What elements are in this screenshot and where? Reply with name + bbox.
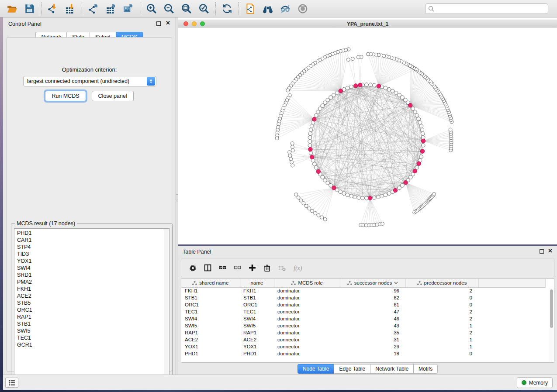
mcds-result-item[interactable]: GCR1 — [17, 341, 32, 348]
mcds-result-item[interactable]: ACE2 — [17, 292, 32, 299]
table-row[interactable]: SWI4SWI4dominator462 — [181, 315, 545, 322]
table-cell[interactable]: dominator — [274, 329, 340, 336]
table-cell[interactable]: 0 — [405, 301, 478, 308]
export-image-button[interactable] — [120, 1, 137, 16]
mcds-result-item[interactable]: YOX1 — [17, 258, 32, 265]
mcds-result-item[interactable]: STB1 — [17, 320, 32, 327]
table-cell[interactable]: YOX1 — [181, 343, 240, 350]
table-cell[interactable]: dominator — [274, 287, 340, 294]
import-network-button[interactable] — [44, 1, 62, 16]
column-header-successor-nodes[interactable]: successor nodes — [340, 279, 405, 287]
column-header-shared-name[interactable]: shared name — [181, 279, 240, 287]
table-cell[interactable]: 2 — [405, 315, 478, 322]
table-cell[interactable]: dominator — [274, 301, 340, 308]
task-history-button[interactable] — [5, 378, 18, 388]
table-cell[interactable]: 46 — [340, 315, 405, 322]
table-cell[interactable]: 96 — [340, 287, 405, 294]
table-cell[interactable]: dominator — [274, 350, 340, 357]
table-cell[interactable]: SWI5 — [181, 322, 240, 329]
close-window-icon[interactable]: ✕ — [166, 20, 170, 26]
table-cell[interactable]: 29 — [340, 343, 405, 350]
export-table-button[interactable] — [102, 1, 120, 16]
tab-edge-table[interactable]: Edge Table — [334, 364, 370, 374]
table-row[interactable]: FKH1FKH1dominator962 — [181, 287, 545, 294]
table-cell[interactable]: ACE2 — [181, 336, 240, 343]
eye-button[interactable] — [294, 1, 311, 16]
table-row[interactable]: YOX1YOX1connector291 — [181, 343, 545, 350]
table-cell[interactable]: connector — [274, 343, 340, 350]
table-cell[interactable]: FKH1 — [240, 287, 274, 294]
zoom-fit-button[interactable] — [178, 1, 195, 16]
mcds-result-item[interactable]: FKH1 — [17, 285, 32, 292]
gear-button[interactable] — [189, 264, 197, 272]
deselect-all-button[interactable] — [234, 264, 241, 272]
criterion-dropdown[interactable]: largest connected component (undirected)… — [23, 76, 156, 86]
table-cell[interactable]: 1 — [405, 343, 478, 350]
table-cell[interactable]: 2 — [405, 308, 478, 315]
close-panel-button[interactable]: Close panel — [92, 91, 134, 101]
table-cell[interactable]: 1 — [405, 336, 478, 343]
table-cell[interactable]: 62 — [340, 294, 405, 301]
table-cell[interactable]: PHD1 — [181, 350, 240, 357]
table-cell[interactable]: FKH1 — [181, 287, 240, 294]
hide-glasses-button[interactable] — [277, 1, 294, 16]
zoom-selected-button[interactable] — [195, 1, 213, 16]
zoom-in-button[interactable] — [143, 1, 160, 16]
table-cell[interactable]: RAP1 — [240, 329, 274, 336]
table-cell[interactable]: ORC1 — [181, 301, 240, 308]
table-scrollbar[interactable] — [549, 288, 554, 363]
mcds-result-item[interactable]: STP4 — [17, 244, 32, 251]
table-cell[interactable]: 43 — [340, 322, 405, 329]
table-row[interactable]: RAP1RAP1dominator352 — [181, 329, 545, 336]
table-cell[interactable]: dominator — [274, 315, 340, 322]
table-row[interactable]: ORC1ORC1dominator610 — [181, 301, 545, 308]
network-canvas[interactable] — [178, 28, 557, 244]
tab-network-table[interactable]: Network Table — [370, 364, 413, 374]
mcds-result-item[interactable]: SRD1 — [17, 272, 32, 279]
mcds-result-item[interactable]: PMA2 — [17, 279, 32, 285]
table-cell[interactable]: STB1 — [240, 294, 274, 301]
export-network-button[interactable] — [85, 1, 102, 16]
table-close-icon[interactable]: ✕ — [548, 248, 553, 254]
table-cell[interactable]: 47 — [340, 308, 405, 315]
table-cell[interactable]: 1 — [405, 322, 478, 329]
float-window-icon[interactable] — [156, 21, 161, 26]
mcds-result-item[interactable]: CAR1 — [17, 237, 32, 244]
table-cell[interactable]: 0 — [405, 350, 478, 357]
column-header-predecessor-nodes[interactable]: predecessor nodes — [405, 279, 478, 287]
table-cell[interactable]: ORC1 — [240, 301, 274, 308]
table-cell[interactable]: SWI4 — [181, 315, 240, 322]
mcds-list-scrollbar[interactable] — [164, 229, 169, 382]
table-cell[interactable]: dominator — [274, 294, 340, 301]
mcds-result-item[interactable]: TEC1 — [17, 334, 32, 341]
table-cell[interactable]: RAP1 — [181, 329, 240, 336]
table-cell[interactable]: 2 — [405, 329, 478, 336]
columns-button[interactable] — [204, 264, 211, 272]
table-cell[interactable]: 35 — [340, 329, 405, 336]
table-cell[interactable]: connector — [274, 336, 340, 343]
run-mcds-button[interactable]: Run MCDS — [45, 91, 86, 101]
table-cell[interactable]: STB1 — [181, 294, 240, 301]
graph-leaf-nodes[interactable] — [275, 48, 453, 227]
network-doc-button[interactable] — [242, 1, 259, 16]
add-button[interactable] — [249, 264, 256, 272]
network-graph[interactable] — [178, 28, 557, 244]
table-cell[interactable]: 18 — [340, 350, 405, 357]
select-all-button[interactable] — [219, 264, 226, 272]
table-cell[interactable]: PHD1 — [240, 350, 274, 357]
mcds-result-item[interactable]: ORC1 — [17, 306, 32, 313]
mcds-result-item[interactable]: STB5 — [17, 299, 32, 306]
table-cell[interactable]: 2 — [405, 287, 478, 294]
table-cell[interactable]: YOX1 — [240, 343, 274, 350]
mcds-result-item[interactable]: SWI4 — [17, 265, 32, 272]
table-float-icon[interactable] — [540, 249, 544, 254]
binoculars-button[interactable] — [259, 1, 277, 16]
column-header-MCDS-role[interactable]: MCDS role — [274, 279, 340, 287]
table-row[interactable]: ACE2ACE2connector311 — [181, 336, 545, 343]
mcds-result-item[interactable]: SWI5 — [17, 327, 32, 334]
tab-motifs[interactable]: Motifs — [413, 364, 438, 374]
memory-button[interactable]: Memory — [517, 377, 553, 388]
table-cell[interactable]: TEC1 — [240, 308, 274, 315]
table-row[interactable]: STB1STB1dominator620 — [181, 294, 545, 301]
mcds-result-item[interactable]: RAP1 — [17, 313, 32, 320]
